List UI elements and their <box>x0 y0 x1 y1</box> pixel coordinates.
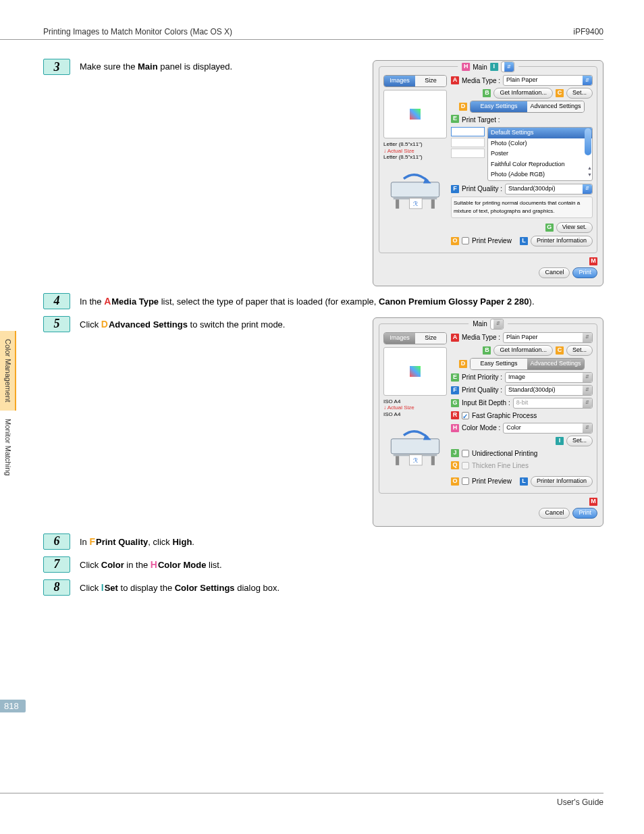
callout-B: B <box>483 89 491 97</box>
side-tabs: Color Management Monitor Matching <box>0 331 16 484</box>
callout-J: J <box>451 449 459 457</box>
footer-text: User's Guide <box>557 798 603 807</box>
cancel-button-2[interactable]: Cancel <box>539 508 570 519</box>
scrollbar-thumb[interactable] <box>585 128 591 155</box>
step-number-3: 3 <box>43 59 70 75</box>
unidirectional-checkbox[interactable] <box>462 450 469 457</box>
set-button[interactable]: Set... <box>566 88 593 99</box>
header-left: Printing Images to Match Monitor Colors … <box>43 27 232 36</box>
print-preview-checkbox[interactable] <box>462 237 469 244</box>
thicken-checkbox <box>462 462 469 469</box>
panel-select[interactable]: ⇵ <box>501 61 514 72</box>
step-number-6: 6 <box>43 533 70 550</box>
callout-E: E <box>451 115 459 123</box>
callout-G2: G <box>451 399 459 407</box>
step-7: 7 Click Color in the HColor Mode list. <box>43 556 603 573</box>
fast-graphic-label: Fast Graphic Process <box>472 411 537 421</box>
tab-size-2[interactable]: Size <box>415 333 446 344</box>
color-mode-label: Color Mode : <box>462 423 500 433</box>
tab-size[interactable]: Size <box>415 76 446 86</box>
printer-info-button[interactable]: Printer Information <box>531 236 593 246</box>
media-type-select-2[interactable]: Plain Paper⇵ <box>503 332 593 343</box>
print-preview-label-2: Print Preview <box>472 476 512 486</box>
callout-I: I <box>490 63 498 71</box>
view-set-button[interactable]: View set. <box>556 222 593 233</box>
step-6-text: In FPrint Quality, click High. <box>80 533 603 549</box>
callout-M2: M <box>589 498 597 506</box>
callout-G: G <box>545 224 554 232</box>
tab-images-2[interactable]: Images <box>384 333 415 344</box>
tab-images-size[interactable]: Images Size <box>383 75 447 87</box>
callout-D: D <box>459 103 467 111</box>
callout-C2: C <box>556 346 564 355</box>
target-thumbnails <box>451 127 485 181</box>
panel-title-2: Main <box>473 319 487 329</box>
step-3-text: Make sure the Main panel is displayed. <box>80 60 363 74</box>
tab-advanced-settings-2[interactable]: Advanced Settings <box>527 359 584 369</box>
print-priority-label: Print Priority : <box>462 372 502 382</box>
media-type-label-2: Media Type : <box>462 332 500 342</box>
step-6: 6 In FPrint Quality, click High. <box>43 533 603 550</box>
print-quality-select[interactable]: Standard(300dpi)⇵ <box>505 184 593 194</box>
print-target-label: Print Target : <box>462 115 500 125</box>
callout-A: A <box>451 76 459 84</box>
print-preview-label: Print Preview <box>472 236 512 246</box>
unidirectional-label: Unidirectional Printing <box>472 448 537 459</box>
print-preview-checkbox-2[interactable] <box>462 477 469 485</box>
callout-C: C <box>556 89 564 97</box>
fast-graphic-checkbox[interactable] <box>462 412 469 419</box>
step-number-5: 5 <box>43 316 70 332</box>
step-8: 8 Click ISet to display the Color Settin… <box>43 579 603 596</box>
tab-images[interactable]: Images <box>384 76 415 86</box>
callout-B2: B <box>483 346 491 355</box>
svg-rect-0 <box>391 182 439 197</box>
print-quality-select-2[interactable]: Standard(300dpi)⇵ <box>505 385 593 396</box>
print-target-list[interactable]: Default Settings Photo (Color) Poster Fa… <box>487 127 593 181</box>
get-information-button-2[interactable]: Get Information... <box>493 345 553 356</box>
input-bit-depth-select[interactable]: 8-bit⇵ <box>513 398 593 409</box>
media-type-select[interactable]: Plain Paper⇵ <box>503 75 593 86</box>
callout-D2: D <box>459 360 467 368</box>
callout-I2: I <box>556 437 564 445</box>
panel-title: Main <box>473 62 487 72</box>
callout-A2: A <box>451 334 459 342</box>
print-button-2[interactable]: Print <box>572 508 597 519</box>
page-thumbnail <box>383 90 447 138</box>
quality-hint: Suitable for printing normal documents t… <box>451 197 593 218</box>
panel-select-2[interactable]: ⇵ <box>490 319 504 330</box>
step-number-4: 4 <box>43 293 70 309</box>
svg-rect-2 <box>396 199 399 209</box>
callout-F: F <box>451 185 459 193</box>
screenshot-main-advanced: Main ⇵ Images Size <box>373 317 603 527</box>
tab-easy-settings-2[interactable]: Easy Settings <box>471 359 527 369</box>
get-information-button[interactable]: Get Information... <box>493 88 553 99</box>
svg-text:ℛ: ℛ <box>413 200 418 207</box>
printer-info-button-2[interactable]: Printer Information <box>531 476 593 487</box>
callout-F2: F <box>451 386 459 394</box>
callout-L: L <box>520 237 528 245</box>
step-4-text: In the AMedia Type list, select the type… <box>80 293 603 309</box>
printer-illustration: ℛ <box>385 166 446 212</box>
tab-images-size-2[interactable]: Images Size <box>383 332 447 344</box>
step-8-text: Click ISet to display the Color Settings… <box>80 579 603 595</box>
callout-H: H <box>462 63 470 71</box>
side-tab-monitor-matching[interactable]: Monitor Matching <box>0 411 16 484</box>
thicken-label: Thicken Fine Lines <box>472 461 529 471</box>
step-7-text: Click Color in the HColor Mode list. <box>80 556 603 572</box>
color-set-button[interactable]: Set... <box>566 436 593 446</box>
tab-advanced-settings[interactable]: Advanced Settings <box>527 101 584 112</box>
print-priority-select[interactable]: Image⇵ <box>505 372 593 383</box>
callout-L2: L <box>520 477 528 486</box>
side-tab-color-management[interactable]: Color Management <box>0 331 16 411</box>
page-header: Printing Images to Match Monitor Colors … <box>0 27 603 40</box>
print-button[interactable]: Print <box>572 267 597 278</box>
cancel-button[interactable]: Cancel <box>539 267 570 278</box>
svg-rect-9 <box>396 457 399 466</box>
tab-easy-settings[interactable]: Easy Settings <box>471 101 527 112</box>
color-mode-select[interactable]: Color⇵ <box>503 423 593 434</box>
callout-O2: O <box>451 477 459 486</box>
set-button-2[interactable]: Set... <box>566 345 593 356</box>
step-5: 5 Click DAdvanced Settings to switch the… <box>43 316 603 527</box>
page-number: 818 <box>0 700 26 712</box>
svg-text:ℛ: ℛ <box>413 457 418 464</box>
